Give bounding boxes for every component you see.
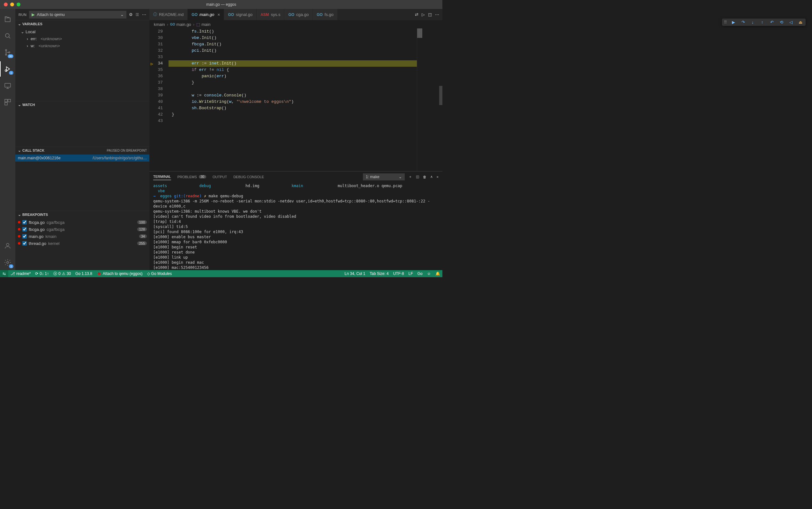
code-line[interactable]	[169, 54, 417, 60]
search-icon[interactable]	[0, 28, 15, 43]
code-line[interactable]	[169, 118, 417, 124]
code-line[interactable]: w := console.Console()	[169, 92, 417, 99]
callstack-header[interactable]: CALL STACK PAUSED ON BREAKPOINT	[15, 147, 149, 154]
code-line[interactable]: vbe.Init()	[169, 35, 417, 41]
watch-header[interactable]: WATCH	[15, 101, 149, 108]
code-line[interactable]: fbcga.Init()	[169, 41, 417, 47]
chevron-down-icon	[18, 148, 21, 152]
accounts-icon[interactable]	[0, 238, 15, 253]
code-line[interactable]: }	[169, 111, 417, 118]
run-config-select[interactable]: ▶ Attach to qemu ⌄	[29, 11, 126, 19]
breakpoint-item[interactable]: thread.gokernel255	[15, 240, 149, 247]
window-minimize-button[interactable]	[10, 3, 14, 6]
split-editor-icon[interactable]: ◫	[428, 12, 432, 17]
settings-icon[interactable]: 1	[0, 255, 15, 270]
scrollbar-thumb[interactable]	[439, 86, 443, 105]
code-line[interactable]: fs.Init()	[169, 28, 417, 35]
diagnostics-item[interactable]: ⓧ 0 ⚠ 30	[51, 271, 73, 276]
more-icon[interactable]: ⋯	[142, 12, 146, 17]
run-icon[interactable]: ▷	[422, 12, 425, 17]
terminal-tab[interactable]: TERMINAL	[153, 175, 171, 180]
remote-indicator[interactable]: ⇆	[0, 270, 8, 277]
more-icon[interactable]: ⋯	[435, 12, 439, 17]
encoding-item[interactable]: UTF-8	[391, 271, 406, 276]
maximize-panel-icon[interactable]: ∧	[430, 175, 433, 179]
editor-gutter[interactable]: 293031323334▷353637383940414243	[149, 28, 169, 171]
output-tab[interactable]: OUTPUT	[213, 175, 227, 179]
compare-icon[interactable]: ⇄	[415, 12, 418, 17]
notifications-icon[interactable]: 🔔	[433, 271, 443, 276]
variable-item[interactable]: › err: <unknown>	[15, 35, 149, 42]
new-terminal-icon[interactable]: ＋	[409, 174, 412, 179]
debug-console-tab[interactable]: DEBUG CONSOLE	[233, 175, 264, 179]
breakpoint-checkbox[interactable]	[22, 241, 27, 245]
code-line[interactable]	[169, 86, 417, 92]
terminal-body[interactable]: assets debug hd.img kmain multiboot_head…	[149, 182, 443, 270]
breakpoint-dot-icon	[18, 242, 21, 245]
breakpoints-header[interactable]: BREAKPOINTS	[15, 211, 149, 218]
breadcrumb-symbol[interactable]: main	[202, 22, 210, 27]
svg-rect-8	[5, 102, 7, 105]
debug-target-item[interactable]: 🐞 Attach to qemu (eggos)	[95, 271, 145, 276]
breakpoint-item[interactable]: main.gokmain34	[15, 233, 149, 240]
close-panel-icon[interactable]: ×	[437, 175, 438, 179]
code-line[interactable]: }	[169, 79, 417, 86]
tab-sys-s[interactable]: ASM sys.s	[257, 9, 284, 20]
indent-item[interactable]: Tab Size: 4	[367, 271, 391, 276]
breakpoint-item[interactable]: fbcga.gocga/fbcga128	[15, 226, 149, 233]
code-line[interactable]: err := inet.Init()	[169, 60, 417, 67]
source-control-icon[interactable]: 30	[0, 45, 15, 60]
problems-tab[interactable]: PROBLEMS 30	[177, 175, 206, 179]
code-line[interactable]: sh.Bootstrap()	[169, 105, 417, 111]
svg-point-3	[9, 52, 10, 53]
svg-point-2	[5, 54, 7, 55]
minimap[interactable]: ████ █████ ██ ████ ████ █████ ██ ████ ██…	[417, 28, 443, 171]
breakpoint-checkbox[interactable]	[22, 220, 27, 225]
settings-badge: 1	[9, 264, 13, 268]
terminal-select[interactable]: 1: make ⌄	[363, 173, 405, 180]
go-version-item[interactable]: Go 1.13.8	[73, 271, 95, 276]
tab-readme[interactable]: ⓘ README.md	[149, 9, 188, 20]
debug-console-icon[interactable]: ▷⃞	[136, 12, 139, 17]
go-modules-item[interactable]: ◇ Go Modules	[145, 271, 174, 276]
window-close-button[interactable]	[4, 3, 8, 6]
feedback-icon[interactable]: ☺	[425, 271, 433, 276]
tab-signal-go[interactable]: GO signal.go	[224, 9, 257, 20]
window-maximize-button[interactable]	[16, 3, 21, 6]
tab-main-go[interactable]: GO main.go ×	[188, 9, 224, 20]
sync-item[interactable]: ⟳ 0↓ 1↑	[33, 271, 51, 276]
kill-terminal-icon[interactable]: 🗑	[423, 175, 426, 179]
editor-code[interactable]: fs.Init() vbe.Init() fbcga.Init() pci.In…	[169, 28, 417, 171]
variables-scope[interactable]: ⌄ Local	[15, 28, 149, 35]
close-icon[interactable]: ×	[217, 12, 220, 17]
code-line[interactable]: if err != nil {	[169, 67, 417, 73]
code-line[interactable]: panic(err)	[169, 73, 417, 79]
breadcrumb-file[interactable]: main.go	[177, 22, 191, 27]
variables-header[interactable]: VARIABLES	[15, 21, 149, 28]
eol-item[interactable]: LF	[406, 271, 415, 276]
bottom-panel: TERMINAL PROBLEMS 30 OUTPUT DEBUG CONSOL…	[149, 171, 443, 270]
breadcrumb-folder[interactable]: kmain	[154, 22, 165, 27]
breadcrumb[interactable]: kmain › GO main.go › ⬚ main	[149, 20, 443, 28]
remote-explorer-icon[interactable]	[0, 78, 15, 93]
run-debug-icon[interactable]: 1	[0, 61, 15, 77]
tab-cga-go[interactable]: GO cga.go	[284, 9, 313, 20]
git-branch-item[interactable]: ⎇ readme*	[8, 271, 33, 276]
breakpoint-checkbox[interactable]	[22, 234, 27, 239]
chevron-down-icon: ⌄	[21, 29, 24, 34]
gear-icon[interactable]: ⚙	[129, 12, 133, 17]
variable-item[interactable]: › w: <unknown>	[15, 42, 149, 49]
code-line[interactable]: io.WriteString(w, "\nwelcome to eggos\n"…	[169, 99, 417, 105]
tab-fs-go[interactable]: GO fs.go	[313, 9, 338, 20]
callstack-frame[interactable]: main.main@0x0061216e /Users/fanbingxin/g…	[15, 155, 149, 162]
breakpoint-item[interactable]: fbcga.gocga/fbcga100	[15, 219, 149, 226]
explorer-icon[interactable]	[0, 11, 15, 27]
code-line[interactable]: pci.Init()	[169, 47, 417, 54]
language-item[interactable]: Go	[415, 271, 425, 276]
editor-body[interactable]: 293031323334▷353637383940414243 fs.Init(…	[149, 28, 443, 171]
split-terminal-icon[interactable]: ◫	[416, 175, 419, 179]
cursor-position-item[interactable]: Ln 34, Col 1	[343, 271, 368, 276]
extensions-icon[interactable]	[0, 95, 15, 110]
breakpoint-checkbox[interactable]	[22, 227, 27, 232]
svg-rect-5	[5, 83, 10, 87]
